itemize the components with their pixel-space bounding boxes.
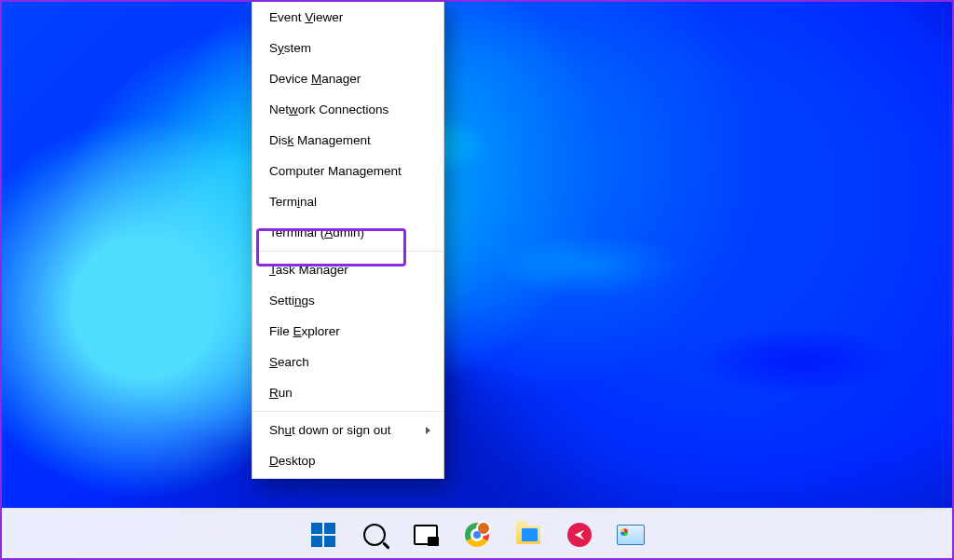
menu-item-settings[interactable]: Settings bbox=[252, 285, 443, 316]
desktop-wallpaper bbox=[0, 0, 954, 560]
menu-separator bbox=[252, 411, 443, 412]
folder-icon bbox=[516, 526, 540, 544]
chrome-icon bbox=[465, 523, 489, 547]
menu-item-file-explorer[interactable]: File Explorer bbox=[252, 316, 443, 347]
menu-separator bbox=[252, 251, 443, 252]
menu-item-event-viewer[interactable]: Event Viewer bbox=[252, 2, 443, 33]
task-view-icon bbox=[414, 525, 438, 545]
start-button[interactable] bbox=[304, 515, 343, 554]
taskbar-app-chrome[interactable] bbox=[457, 515, 497, 554]
menu-item-search[interactable]: Search bbox=[252, 347, 443, 377]
menu-item-system[interactable]: System bbox=[252, 33, 443, 63]
menu-item-network-connections[interactable]: Network Connections bbox=[252, 94, 443, 125]
search-button[interactable] bbox=[355, 515, 394, 554]
taskbar bbox=[0, 508, 954, 560]
start-context-menu: Event ViewerSystemDevice ManagerNetwork … bbox=[252, 0, 444, 479]
control-panel-icon bbox=[617, 525, 645, 545]
menu-item-computer-management[interactable]: Computer Management bbox=[252, 156, 443, 186]
menu-item-run[interactable]: Run bbox=[252, 377, 443, 408]
menu-item-terminal-admin[interactable]: Terminal (Admin) bbox=[252, 217, 443, 248]
menu-item-task-manager[interactable]: Task Manager bbox=[252, 254, 443, 285]
notification-badge-icon bbox=[476, 521, 491, 536]
menu-item-terminal[interactable]: Terminal bbox=[252, 186, 443, 217]
task-view-button[interactable] bbox=[406, 515, 445, 554]
menu-item-shut-down-or-sign-out[interactable]: Shut down or sign out bbox=[252, 415, 443, 445]
send-icon bbox=[567, 523, 592, 547]
taskbar-app-red[interactable] bbox=[560, 515, 599, 554]
windows-logo-icon bbox=[311, 523, 335, 547]
menu-item-desktop[interactable]: Desktop bbox=[252, 445, 443, 476]
menu-item-device-manager[interactable]: Device Manager bbox=[252, 63, 443, 94]
taskbar-app-file-explorer[interactable] bbox=[509, 515, 548, 554]
menu-item-disk-management[interactable]: Disk Management bbox=[252, 125, 443, 156]
taskbar-app-control-panel[interactable] bbox=[611, 515, 650, 554]
search-icon bbox=[363, 524, 386, 546]
